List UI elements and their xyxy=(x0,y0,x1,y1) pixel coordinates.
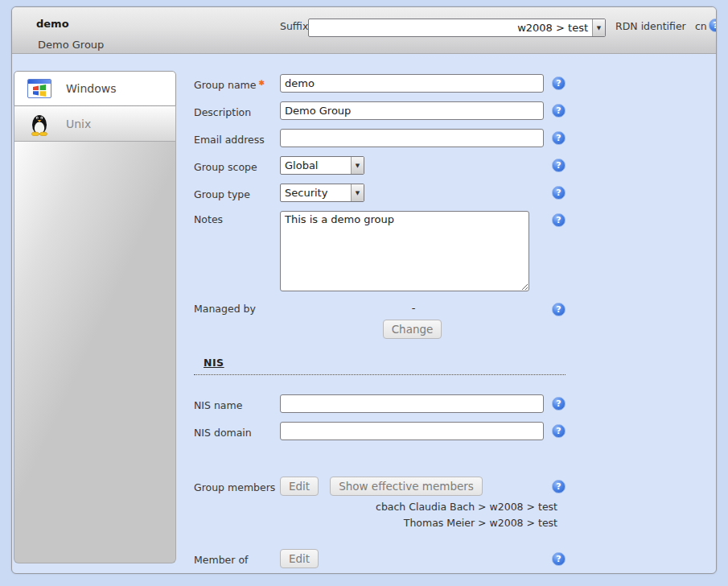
nis-section-title: NIS xyxy=(204,357,224,369)
group-scope-label: Group scope xyxy=(194,159,280,173)
help-icon[interactable]: ? xyxy=(552,424,566,438)
notes-row: Notes This is a demo group ? xyxy=(194,211,566,291)
group-scope-select[interactable]: Global ▼ xyxy=(280,156,364,175)
help-icon[interactable]: ? xyxy=(552,76,566,90)
page-subtitle: Demo Group xyxy=(38,39,104,51)
chevron-down-icon[interactable]: ▼ xyxy=(592,19,605,36)
group-name-label: Group name✱ xyxy=(194,76,280,91)
change-button[interactable]: Change xyxy=(383,320,442,339)
group-type-select[interactable]: Security ▼ xyxy=(280,184,364,202)
show-effective-members-button[interactable]: Show effective members xyxy=(330,477,483,496)
group-editor-window: demo Demo Group Suffix w2008 > test ▼ RD… xyxy=(11,6,717,574)
nis-section-header: NIS xyxy=(194,357,566,375)
sidebar: Windows Unix xyxy=(14,71,176,563)
sidebar-panel xyxy=(14,142,176,563)
managed-by-row: Managed by - Change ? xyxy=(194,300,566,339)
nis-name-label: NIS name xyxy=(194,397,280,411)
chevron-down-icon[interactable]: ▼ xyxy=(351,157,364,174)
suffix-select[interactable]: w2008 > test ▼ xyxy=(308,19,606,37)
help-icon[interactable]: ? xyxy=(552,480,566,493)
member-of-label: Member of xyxy=(194,551,280,566)
group-name-input[interactable] xyxy=(280,74,544,93)
tab-unix[interactable]: Unix xyxy=(14,106,176,142)
help-icon[interactable]: ? xyxy=(552,397,566,411)
help-icon[interactable]: ? xyxy=(552,303,566,316)
help-icon[interactable]: ? xyxy=(709,19,717,32)
header-bar: demo Demo Group Suffix w2008 > test ▼ RD… xyxy=(12,7,716,54)
email-label: Email address xyxy=(194,131,280,146)
member-of-row: Member of Edit ? xyxy=(194,549,566,568)
managed-by-value: - xyxy=(409,300,416,320)
help-icon[interactable]: ? xyxy=(552,552,566,566)
group-type-value: Security xyxy=(281,184,351,201)
nis-domain-label: NIS domain xyxy=(194,424,280,439)
suffix-select-value: w2008 > test xyxy=(309,19,592,36)
help-icon[interactable]: ? xyxy=(552,104,566,118)
description-label: Description xyxy=(194,104,280,118)
group-member-item: cbach Claudia Bach > w2008 > test xyxy=(194,499,557,515)
managed-by-label: Managed by xyxy=(194,300,280,315)
notes-textarea[interactable]: This is a demo group xyxy=(280,211,529,291)
nis-name-input[interactable] xyxy=(280,394,544,413)
member-of-edit-button[interactable]: Edit xyxy=(280,549,319,568)
page-title: demo xyxy=(36,18,69,30)
required-icon: ✱ xyxy=(258,79,265,87)
suffix-label: Suffix xyxy=(280,20,308,32)
tab-unix-label: Unix xyxy=(66,118,91,130)
group-members-edit-button[interactable]: Edit xyxy=(280,477,319,496)
group-scope-value: Global xyxy=(281,157,351,174)
nis-domain-input[interactable] xyxy=(280,422,544,440)
description-row: Description ? xyxy=(194,101,566,120)
notes-label: Notes xyxy=(194,211,280,225)
nis-name-row: NIS name ? xyxy=(194,394,566,413)
group-members-label: Group members xyxy=(194,479,280,493)
group-type-label: Group type xyxy=(194,186,280,200)
group-member-item: Thomas Meier > w2008 > test xyxy=(194,515,557,531)
help-icon[interactable]: ? xyxy=(552,159,566,172)
rdn-identifier-value: cn xyxy=(695,20,707,32)
nis-domain-row: NIS domain ? xyxy=(194,422,566,440)
group-form: Group name✱ ? Description ? Email addres… xyxy=(194,74,566,574)
tab-windows[interactable]: Windows xyxy=(14,71,176,106)
tux-penguin-icon xyxy=(27,112,51,136)
chevron-down-icon[interactable]: ▼ xyxy=(351,184,364,201)
windows-logo-icon xyxy=(27,79,51,98)
help-icon[interactable]: ? xyxy=(552,186,566,200)
group-type-row: Group type Security ▼ ? xyxy=(194,184,566,202)
help-icon[interactable]: ? xyxy=(552,213,566,227)
email-row: Email address ? xyxy=(194,129,566,147)
email-input[interactable] xyxy=(280,129,544,147)
group-name-row: Group name✱ ? xyxy=(194,74,566,93)
group-scope-row: Group scope Global ▼ ? xyxy=(194,156,566,175)
description-input[interactable] xyxy=(280,101,544,120)
help-icon[interactable]: ? xyxy=(552,131,566,145)
tab-windows-label: Windows xyxy=(66,82,117,95)
content-area: Windows Unix xyxy=(12,55,716,573)
group-members-row: Group members Edit Show effective member… xyxy=(194,477,566,496)
group-members-list: cbach Claudia Bach > w2008 > test Thomas… xyxy=(194,499,557,531)
rdn-identifier-label: RDN identifier xyxy=(615,20,686,32)
